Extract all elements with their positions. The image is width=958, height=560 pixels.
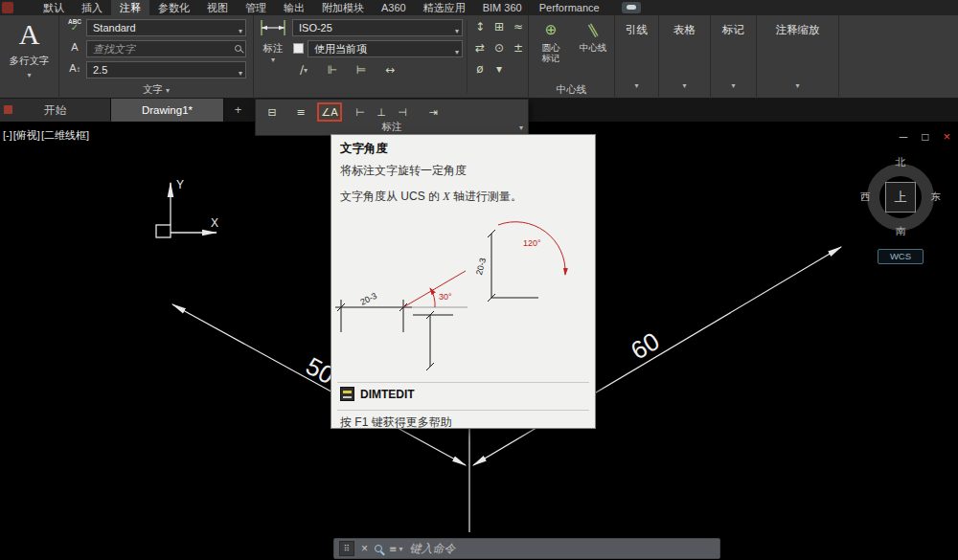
restore-button[interactable]: □ xyxy=(922,130,928,144)
left-justify-icon[interactable]: ⊢ xyxy=(350,102,371,122)
centerline-panel: ⊕ 圆心 标记 ∥ 中心线 中心线 xyxy=(529,15,615,99)
mtext-label: 多行文字 xyxy=(0,55,58,68)
centerline-button[interactable]: ∥ 中心线 xyxy=(573,17,613,80)
ucs-icon[interactable] xyxy=(156,183,217,237)
annotation-scaling-panel[interactable]: 注释缩放 ▾ xyxy=(757,15,839,99)
tab-addins[interactable]: 附加模块 xyxy=(313,0,373,15)
tolerance-icon[interactable]: ± xyxy=(511,40,526,56)
chevron-down-icon: ▾ xyxy=(757,81,838,90)
tab-featured-apps[interactable]: 精选应用 xyxy=(415,0,474,15)
dim-side-row-1: ↕ ⊞ ≈ xyxy=(472,19,526,34)
viewport-menu-control[interactable]: [-] xyxy=(3,129,12,141)
command-close-icon[interactable]: × xyxy=(361,542,368,555)
tab-manage[interactable]: 管理 xyxy=(237,0,275,15)
chevron-down-icon: ▾ xyxy=(615,81,658,90)
panel-separator xyxy=(467,20,468,93)
text-height-select[interactable]: 2.5 ▾ xyxy=(86,61,246,78)
chevron-down-icon: ▾ xyxy=(0,71,58,79)
table-panel[interactable]: 表格 ▾ xyxy=(659,15,711,99)
find-text-input[interactable]: 查找文字 xyxy=(86,40,246,57)
chevron-down-icon[interactable]: ▾ xyxy=(491,61,507,77)
right-justify-icon[interactable]: ⊣ xyxy=(392,102,413,122)
ribbon: A 多行文字 ▾ ABC ✓ Standard ▾ A 查找文字 xyxy=(0,15,958,99)
tab-bim360[interactable]: BIM 360 xyxy=(474,0,531,15)
mtext-button[interactable]: A 多行文字 ▾ xyxy=(0,15,58,99)
tab-view[interactable]: 视图 xyxy=(198,0,237,15)
minimize-button[interactable]: ─ xyxy=(900,130,908,144)
dim-update-icon[interactable]: ↕ xyxy=(472,19,488,34)
tab-insert[interactable]: 插入 xyxy=(73,0,111,15)
flyout-tools: ⊟ ≡ ∠A ⊢ ⊥ ⊣ ⇥ xyxy=(262,101,444,123)
baseline-dim-icon[interactable]: ⊨ xyxy=(352,61,371,78)
ribbon-tabs: 默认 插入 注释 参数化 视图 管理 输出 附加模块 A360 精选应用 BIM… xyxy=(34,0,608,15)
chevron-down-icon: ▾ xyxy=(239,66,242,78)
viewcube-north[interactable]: 北 xyxy=(896,156,906,169)
app-menu-icon[interactable] xyxy=(2,2,13,13)
viewcube-top-face[interactable]: 上 xyxy=(885,182,916,213)
dimtedit-icon xyxy=(340,387,354,401)
viewport-view-control[interactable]: [俯视] xyxy=(13,129,40,141)
adjust-spacing-icon[interactable]: ≡ xyxy=(290,102,311,122)
command-grip-icon[interactable]: ⠿ xyxy=(339,541,354,556)
diagram-dim-label-right: 20-3 xyxy=(474,257,488,276)
oblique-dim-icon[interactable]: ∕▾ xyxy=(294,61,313,78)
dim-tool-row: ∕▾ ⊩ ⊨ ↔ xyxy=(294,61,399,78)
viewcube-south[interactable]: 南 xyxy=(896,225,906,238)
viewcube-east[interactable]: 东 xyxy=(931,190,942,204)
reassociate-dim-icon[interactable]: ⇄ xyxy=(472,40,488,56)
viewcube[interactable]: 北 西 东 南 上 xyxy=(860,157,941,237)
search-icon[interactable] xyxy=(235,45,241,52)
command-search-icon[interactable] xyxy=(375,545,382,552)
dim-space-icon[interactable]: ↔ xyxy=(380,61,399,78)
ribbon-tab-bar: 默认 插入 注释 参数化 视图 管理 输出 附加模块 A360 精选应用 BIM… xyxy=(0,0,958,15)
text-angle-tooltip: 文字角度 将标注文字旋转一定角度 文字角度从 UCS 的 X 轴进行测量。 20… xyxy=(331,134,596,429)
diameter-dim-icon[interactable]: ø xyxy=(472,61,488,77)
dim-layer-select[interactable]: 使用当前项 ▾ xyxy=(308,40,463,57)
tab-annotate[interactable]: 注释 xyxy=(111,0,149,15)
wcs-button[interactable]: WCS xyxy=(878,249,924,264)
leader-panel[interactable]: 引线 ▾ xyxy=(615,15,659,99)
viewport-visual-style-control[interactable]: [二维线框] xyxy=(41,129,89,141)
command-input[interactable]: 键入命令 xyxy=(409,541,715,557)
dimension-button[interactable]: 标注 ▾ xyxy=(256,17,290,78)
tab-parametric[interactable]: 参数化 xyxy=(149,0,198,15)
spell-check-icon[interactable]: ABC ✓ xyxy=(64,18,85,33)
chevron-down-icon[interactable]: ▾ xyxy=(519,123,523,132)
recent-commands-icon[interactable]: ≡▾ xyxy=(389,544,402,554)
text-style-select[interactable]: Standard ▾ xyxy=(86,19,246,36)
dim-style-select[interactable]: ISO-25 ▾ xyxy=(292,19,463,36)
tooltip-command-row: DIMTEDIT xyxy=(340,387,415,401)
tab-start[interactable]: 开始 xyxy=(0,99,111,122)
dim-style-box-icon[interactable]: ⊞ xyxy=(491,19,507,34)
jogged-line-icon[interactable]: ≈ xyxy=(511,19,526,34)
tab-a360[interactable]: A360 xyxy=(373,0,415,15)
text-angle-icon[interactable]: ∠A xyxy=(317,102,342,122)
chevron-down-icon: ▾ xyxy=(659,81,710,90)
markup-panel[interactable]: 标记 ▾ xyxy=(711,15,757,99)
tab-default[interactable]: 默认 xyxy=(34,0,73,15)
text-height-icon: A↕ xyxy=(64,62,85,74)
center-justify-icon[interactable]: ⊥ xyxy=(371,102,392,122)
viewport-controls: [-][俯视][二维线框] xyxy=(3,128,90,143)
a360-cloud-icon[interactable] xyxy=(622,2,641,13)
dim-break-icon[interactable]: ⊟ xyxy=(262,102,283,122)
dim-override-icon[interactable]: ⇥ xyxy=(422,102,444,122)
axis-x-label: X xyxy=(211,216,218,230)
tooltip-description-2: 文字角度从 UCS 的 X 轴进行测量。 xyxy=(340,189,522,205)
text-panel: ABC ✓ Standard ▾ A 查找文字 A↕ 2.5 ▾ 文字 xyxy=(59,15,254,99)
tab-performance[interactable]: Performance xyxy=(531,0,608,15)
tooltip-command-name: DIMTEDIT xyxy=(360,388,415,401)
dim-layer-checkbox[interactable] xyxy=(293,43,304,54)
tab-output[interactable]: 输出 xyxy=(275,0,313,15)
dim-value-right: 60 xyxy=(626,326,664,366)
continue-dim-icon[interactable]: ⊩ xyxy=(323,61,342,78)
chevron-down-icon: ▾ xyxy=(256,56,290,64)
inspect-dim-icon[interactable]: ⊙ xyxy=(491,40,507,56)
new-drawing-button[interactable]: + xyxy=(230,101,246,118)
viewcube-west[interactable]: 西 xyxy=(860,190,871,204)
close-button[interactable]: × xyxy=(943,129,950,144)
tooltip-separator xyxy=(337,382,589,383)
text-panel-label[interactable]: 文字 ▾ xyxy=(59,83,253,97)
center-mark-button[interactable]: ⊕ 圆心 标记 xyxy=(531,17,571,80)
tab-drawing1[interactable]: Drawing1* xyxy=(111,99,224,122)
